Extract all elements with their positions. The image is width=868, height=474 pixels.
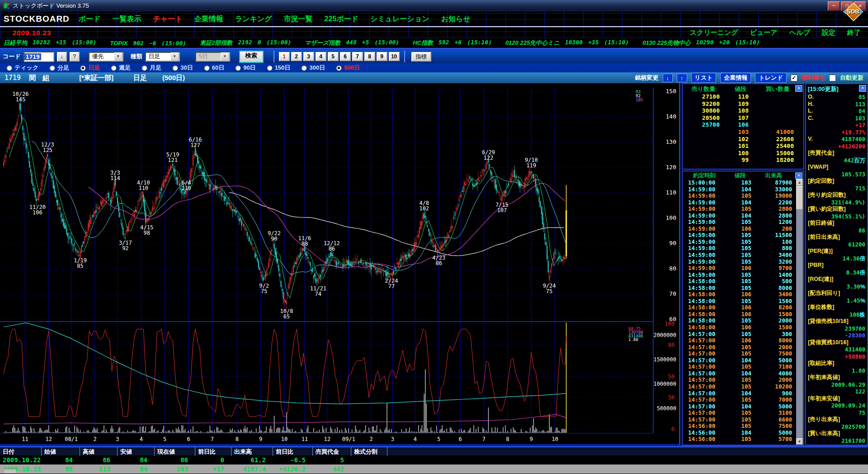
page-button[interactable]: 6 [340,52,351,61]
page-button[interactable]: 5 [328,52,339,61]
ticker-item: 0120 225先中心ミニ10300+35(15:10) [505,39,629,47]
scroll-up-icon[interactable]: ▲ [796,179,803,185]
list-button[interactable]: リスト [691,73,717,83]
menu-item[interactable]: 一覧表示 [113,14,142,24]
trade-price: 104 [726,390,754,397]
period-radio[interactable]: 日足 [80,64,100,72]
page-button[interactable]: 10 [389,52,400,61]
trade-price: 104 [726,186,754,193]
trend-button[interactable]: トレンド [755,73,786,83]
trade-time: 14:56:00 [683,430,726,436]
index-change: -6 [149,40,156,47]
trade-row: 14:58:00 106 3400 [683,291,803,298]
ask-quantity: 30800 [683,107,724,114]
menu-item[interactable]: お知らせ [441,14,471,24]
horizontal-scroll-thumb[interactable] [4,469,16,473]
autoupdate-checkbox[interactable] [829,75,836,81]
period-label: ティック [14,64,38,72]
svg-text:102: 102 [419,205,429,212]
menu-item[interactable]: 市況一覧 [284,14,313,24]
period-radio[interactable]: 月足 [142,64,161,72]
svg-text:110: 110 [666,189,676,196]
trade-price: 106 [726,337,754,344]
stat-label: [貸借買残10/16] [808,339,849,346]
priority-select[interactable]: 優先▼ [89,52,123,62]
page-button[interactable]: 4 [316,52,326,61]
period-radio[interactable]: 分足 [49,64,69,72]
menu-item[interactable]: 225ボード [325,14,359,24]
stat-label: [年初来高値] [808,374,840,381]
period-radio[interactable]: 週足 [111,64,131,72]
stat-label: [売り出来高] [808,416,840,423]
next-symbol-button[interactable]: ↑ [677,74,687,82]
page-button[interactable]: 7 [352,52,363,61]
summary-row[interactable]: 2009.10.22 848684 86061.2 -6.55 [0,455,868,465]
svg-text:106: 106 [33,209,42,216]
page-button[interactable]: 2 [291,52,302,61]
order-book-row: 102 22600 [683,136,803,143]
menu-item[interactable]: ボード [79,14,101,24]
menu-item[interactable]: チャート [153,14,183,24]
trade-time: 14:57:00 [683,403,726,410]
stat-value: +4126200 [838,143,865,150]
period-radio[interactable]: 30日 [172,64,193,72]
page-button[interactable]: 9 [377,52,387,61]
stat-line: [売り約定回数] [806,192,867,199]
minimize-icon[interactable]: ─ [828,1,840,11]
menu-item[interactable]: ランキング [235,14,272,24]
code-down-button[interactable]: ↓ [57,52,67,62]
stat-line: 2161700 [806,437,867,445]
menu-item[interactable]: 企業情報 [194,14,223,24]
close-icon[interactable]: × [859,85,866,92]
header-link[interactable]: 設定 [822,28,835,37]
code-input[interactable]: 1719 [24,52,54,62]
page-button[interactable]: 3 [303,52,314,61]
stat-unit: % [860,298,865,304]
svg-text:85: 85 [77,263,83,269]
radio-icon [172,65,178,71]
page-button[interactable]: 8 [364,52,375,61]
stat-line: 442百万 [806,157,867,164]
prev-symbol-button[interactable]: ↓ [663,74,673,82]
close-icon[interactable]: × [795,172,802,179]
period-radio[interactable]: 90日 [235,64,255,72]
trade-time: 14:58:00 [683,318,726,324]
indicator-button[interactable]: 指標 [411,52,431,62]
period-radio[interactable]: ティック [6,64,38,72]
trade-row: 14:58:00 105 1500 [683,298,803,305]
header-link[interactable]: ヘルプ [789,28,810,37]
period-label: 30日 [180,64,193,72]
menu-item[interactable]: シミュレーション [370,14,429,24]
period-radio[interactable]: 500日 [336,64,360,72]
update-time-label: [15:00更新] [806,84,867,94]
time-sales-panel: × 約定時刻値段出来高 15:00:00 103 87900 14:59:00 … [682,171,804,446]
stat-unit: 倍 [860,270,866,276]
scrollbar[interactable]: ▲ ▼ [796,179,803,445]
header-link[interactable]: ビューア [750,28,778,37]
period-radio[interactable]: 300日 [301,64,325,72]
trade-row: 14:57:00 104 5000 [683,357,803,364]
close-icon[interactable]: × [795,85,802,92]
svg-text:2: 2 [93,436,96,442]
header-link[interactable]: スクリーニング [690,28,738,37]
chevron-down-icon: ▼ [114,52,123,61]
header-link[interactable]: 終了 [847,28,861,37]
trade-row: 15:00:00 103 87900 [683,180,803,186]
period-radio[interactable]: 60日 [204,64,224,72]
page-button[interactable]: 1 [279,52,290,61]
corp-info-button[interactable]: 企業情報 [720,73,751,83]
rights-checkbox[interactable]: ✓ [791,75,797,81]
trade-volume: 500 [754,278,793,285]
help-button[interactable]: ? [70,52,80,62]
period-radio[interactable]: 150日 [267,64,291,72]
kind-select[interactable]: 日足▼ [145,52,180,62]
svg-text:110: 110 [181,185,191,191]
stat-line: [売り出来高] [806,416,867,423]
scroll-down-icon[interactable]: ▼ [796,438,803,445]
stat-label: [前日終値] [808,220,834,227]
stat-line: [配当利回り] [806,290,867,297]
scroll-thumb[interactable] [796,186,803,209]
stat-value: 2025700 [841,423,865,430]
summary-row[interactable]: 2009.10.23 8511384 103+174187.4 +4126.24… [0,465,868,474]
search-button[interactable]: 検索 [239,51,264,63]
